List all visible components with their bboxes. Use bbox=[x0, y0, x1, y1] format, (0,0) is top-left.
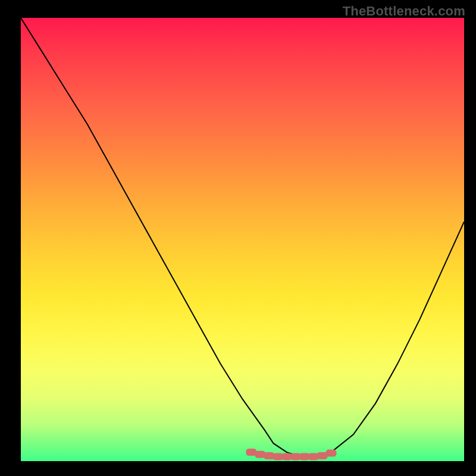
watermark-text: TheBottleneck.com bbox=[343, 4, 465, 19]
chart-svg bbox=[21, 18, 464, 461]
bottleneck-curve bbox=[21, 18, 464, 457]
optimal-range-marker bbox=[246, 449, 336, 460]
plot-area bbox=[21, 18, 464, 461]
marker-dot bbox=[326, 450, 337, 457]
chart-frame: TheBottleneck.com bbox=[0, 0, 476, 476]
